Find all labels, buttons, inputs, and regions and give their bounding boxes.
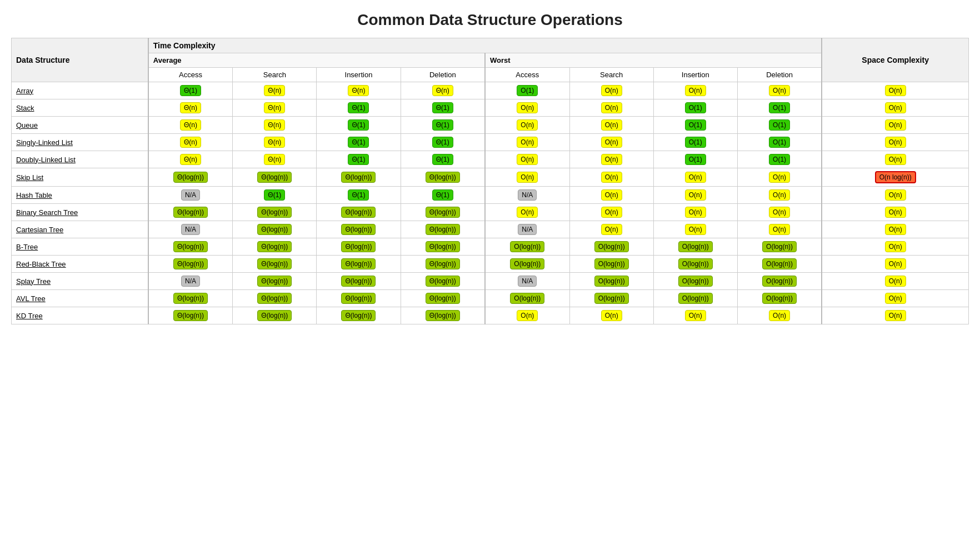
- cell-avg_delete: Θ(1): [401, 134, 485, 151]
- ds-name-cell[interactable]: Skip List: [12, 168, 148, 187]
- ds-link[interactable]: Doubly-Linked List: [16, 156, 76, 164]
- ds-link[interactable]: Binary Search Tree: [16, 208, 78, 217]
- ds-name-cell[interactable]: Hash Table: [12, 187, 148, 204]
- table-row: AVL TreeΘ(log(n))Θ(log(n))Θ(log(n))Θ(log…: [12, 290, 969, 307]
- badge-avg_search: Θ(n): [264, 154, 285, 165]
- badge-wst_delete: O(1): [769, 119, 790, 131]
- ds-name-cell[interactable]: Splay Tree: [12, 273, 148, 290]
- badge-avg_access: N/A: [181, 276, 200, 287]
- cell-avg_delete: Θ(log(n)): [401, 221, 485, 238]
- badge-wst_search: O(n): [601, 207, 622, 218]
- cell-space: O(n): [822, 238, 968, 256]
- badge-wst_search: O(log(n)): [594, 258, 629, 269]
- cell-avg_search: Θ(log(n)): [233, 273, 317, 290]
- ds-link[interactable]: Splay Tree: [16, 277, 51, 286]
- badge-space: O(n): [885, 154, 906, 165]
- ds-link[interactable]: Cartesian Tree: [16, 226, 63, 234]
- badge-avg_insert: Θ(log(n)): [341, 310, 376, 321]
- badge-space: O(n): [885, 137, 906, 148]
- cell-wst_insert: O(log(n)): [653, 238, 737, 256]
- ds-name-cell[interactable]: Array: [12, 82, 148, 99]
- badge-avg_access: Θ(1): [180, 85, 201, 96]
- cell-avg_delete: Θ(log(n)): [401, 238, 485, 256]
- badge-avg_delete: Θ(1): [432, 137, 453, 148]
- table-row: Skip ListΘ(log(n))Θ(log(n))Θ(log(n))Θ(lo…: [12, 168, 969, 187]
- badge-wst_search: O(n): [601, 224, 622, 235]
- ds-name-cell[interactable]: Doubly-Linked List: [12, 151, 148, 168]
- col-wst-access: Access: [485, 68, 569, 82]
- cell-avg_delete: Θ(log(n)): [401, 290, 485, 307]
- cell-wst_delete: O(n): [737, 82, 822, 99]
- cell-wst_access: O(1): [485, 82, 569, 99]
- badge-avg_search: Θ(n): [264, 137, 285, 148]
- badge-avg_insert: Θ(log(n)): [341, 207, 376, 218]
- cell-wst_delete: O(log(n)): [737, 256, 822, 273]
- cell-avg_access: Θ(log(n)): [148, 307, 233, 324]
- ds-name-cell[interactable]: Cartesian Tree: [12, 221, 148, 238]
- cell-wst_search: O(n): [569, 204, 653, 221]
- cell-avg_access: Θ(1): [148, 82, 233, 99]
- ds-name-cell[interactable]: B-Tree: [12, 238, 148, 256]
- cell-avg_access: Θ(n): [148, 134, 233, 151]
- badge-wst_access: N/A: [518, 224, 537, 235]
- badge-wst_search: O(n): [601, 189, 622, 201]
- cell-avg_insert: Θ(1): [317, 187, 401, 204]
- badge-avg_access: Θ(n): [180, 137, 201, 148]
- table-row: KD TreeΘ(log(n))Θ(log(n))Θ(log(n))Θ(log(…: [12, 307, 969, 324]
- table-row: Cartesian TreeN/AΘ(log(n))Θ(log(n))Θ(log…: [12, 221, 969, 238]
- badge-avg_search: Θ(log(n)): [257, 276, 292, 287]
- badge-avg_insert: Θ(log(n)): [341, 224, 376, 235]
- ds-name-cell[interactable]: Binary Search Tree: [12, 204, 148, 221]
- cell-space: O(n): [822, 290, 968, 307]
- cell-avg_search: Θ(log(n)): [233, 256, 317, 273]
- cell-avg_search: Θ(log(n)): [233, 307, 317, 324]
- ds-link[interactable]: Queue: [16, 121, 38, 129]
- cell-wst_insert: O(1): [653, 117, 737, 134]
- badge-avg_delete: Θ(log(n)): [426, 293, 460, 304]
- ds-link[interactable]: B-Tree: [16, 243, 38, 251]
- badge-wst_insert: O(n): [685, 85, 706, 96]
- col-header-time: Time Complexity: [148, 38, 822, 53]
- table-row: QueueΘ(n)Θ(n)Θ(1)Θ(1)O(n)O(n)O(1)O(1)O(n…: [12, 117, 969, 134]
- badge-wst_access: N/A: [518, 189, 537, 201]
- ds-name-cell[interactable]: KD Tree: [12, 307, 148, 324]
- cell-avg_delete: Θ(log(n)): [401, 256, 485, 273]
- ds-link[interactable]: Red-Black Tree: [16, 260, 66, 268]
- cell-avg_insert: Θ(1): [317, 134, 401, 151]
- badge-avg_delete: Θ(log(n)): [426, 241, 460, 252]
- badge-avg_insert: Θ(1): [348, 137, 369, 148]
- cell-avg_insert: Θ(log(n)): [317, 290, 401, 307]
- ds-link[interactable]: AVL Tree: [16, 294, 46, 303]
- cell-avg_search: Θ(log(n)): [233, 168, 317, 187]
- badge-space: O(n): [885, 241, 906, 252]
- badge-avg_search: Θ(log(n)): [257, 207, 292, 218]
- badge-wst_delete: O(n): [769, 85, 790, 96]
- ds-name-cell[interactable]: Red-Black Tree: [12, 256, 148, 273]
- col-avg-insert: Insertion: [317, 68, 401, 82]
- ds-link[interactable]: Array: [16, 87, 33, 95]
- cell-avg_delete: Θ(log(n)): [401, 168, 485, 187]
- ds-name-cell[interactable]: Stack: [12, 99, 148, 117]
- ds-name-cell[interactable]: AVL Tree: [12, 290, 148, 307]
- ds-link[interactable]: Stack: [16, 104, 34, 112]
- cell-avg_insert: Θ(log(n)): [317, 273, 401, 290]
- badge-avg_insert: Θ(n): [348, 85, 369, 96]
- cell-wst_access: N/A: [485, 221, 569, 238]
- ds-link[interactable]: Singly-Linked List: [16, 138, 73, 147]
- badge-avg_delete: Θ(log(n)): [426, 258, 460, 269]
- cell-wst_access: O(n): [485, 134, 569, 151]
- badge-avg_access: N/A: [181, 224, 200, 235]
- badge-avg_delete: Θ(log(n)): [426, 276, 460, 287]
- cell-avg_search: Θ(log(n)): [233, 204, 317, 221]
- cell-wst_delete: O(n): [737, 168, 822, 187]
- ds-name-cell[interactable]: Singly-Linked List: [12, 134, 148, 151]
- ds-link[interactable]: KD Tree: [16, 312, 43, 320]
- cell-space: O(n): [822, 82, 968, 99]
- ds-name-cell[interactable]: Queue: [12, 117, 148, 134]
- page-title: Common Data Structure Operations: [11, 11, 969, 29]
- badge-space: O(n): [885, 189, 906, 201]
- ds-link[interactable]: Skip List: [16, 173, 43, 182]
- ds-link[interactable]: Hash Table: [16, 191, 52, 199]
- cell-avg_search: Θ(n): [233, 134, 317, 151]
- cell-avg_insert: Θ(log(n)): [317, 168, 401, 187]
